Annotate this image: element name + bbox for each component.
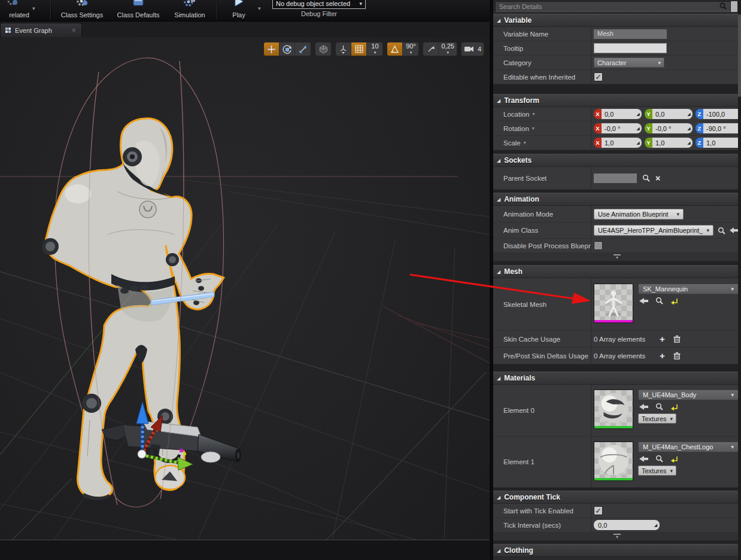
camera-speed-button[interactable]: 4 (461, 42, 484, 56)
scale-snap-toggle[interactable] (423, 42, 439, 56)
rotation-y-field[interactable]: Y-0,0 °◢ (645, 123, 693, 133)
debug-filter-dropdown[interactable]: No debug object selected ▾ (272, 0, 366, 9)
toolbar-separator (217, 2, 217, 19)
coordinate-space-button[interactable] (315, 42, 331, 56)
scale-z-field[interactable]: Z1,0◢ (696, 138, 741, 148)
trash-icon[interactable] (673, 335, 681, 343)
advanced-expander[interactable]: ▼ (493, 253, 741, 261)
play-options-caret-icon[interactable]: ▾ (258, 5, 261, 11)
chevron-down-icon[interactable]: ▾ (524, 140, 526, 145)
scale-x-field[interactable]: X1,0◢ (594, 138, 642, 148)
simulation-label: Simulation (169, 11, 210, 19)
section-header-component-tick[interactable]: ◢ Component Tick (493, 491, 741, 504)
close-icon[interactable]: × (72, 26, 76, 35)
animation-mode-dropdown[interactable]: Use Animation Blueprint ▾ (594, 209, 684, 220)
start-tick-checkbox[interactable]: ✓ (594, 506, 603, 515)
rotation-x-field[interactable]: X-0,0 °◢ (594, 123, 642, 133)
simulation-button[interactable]: Simulation (169, 0, 210, 19)
material-0-dropdown[interactable]: M_UE4Man_Body ▾ (638, 389, 739, 400)
section-header-animation[interactable]: ◢ Animation (493, 193, 741, 206)
search-icon[interactable] (655, 403, 663, 410)
play-button[interactable]: Play (223, 0, 255, 19)
scale-tool-button[interactable] (295, 42, 311, 56)
disable-post-process-checkbox[interactable]: ✓ (594, 241, 603, 250)
gizmo-center-handle[interactable] (138, 450, 146, 458)
advanced-expander[interactable]: ▼ (493, 532, 741, 541)
move-tool-button[interactable] (264, 42, 280, 56)
search-icon[interactable] (655, 297, 663, 305)
class-defaults-button[interactable]: Class Defaults (113, 0, 163, 19)
unrelated-caret-icon[interactable]: ▾ (32, 5, 35, 11)
grid-snap-toggle[interactable] (351, 42, 367, 56)
skeletal-mesh-value: SK_Mannequin (643, 285, 688, 293)
skeletal-mesh-dropdown[interactable]: SK_Mannequin ▾ (638, 284, 739, 294)
panel-corner-button[interactable] (731, 1, 737, 12)
rotation-z-field[interactable]: Z-90,0 °◢ (696, 123, 741, 133)
field-label: Element 1 (493, 437, 591, 487)
section-header-materials[interactable]: ◢ Materials (493, 372, 741, 385)
location-z-field[interactable]: Z-100,0◢ (696, 109, 741, 119)
details-scrollbar[interactable] (738, 0, 741, 560)
search-input[interactable] (495, 1, 731, 12)
add-element-icon[interactable]: + (660, 334, 665, 343)
material-0-thumbnail[interactable] (594, 389, 633, 429)
section-header-clothing[interactable]: ◢ Clothing (493, 544, 741, 557)
add-element-icon[interactable]: + (660, 351, 665, 360)
textures-dropdown-1[interactable]: Textures ▾ (638, 465, 676, 476)
back-arrow-icon[interactable] (639, 297, 648, 305)
scale-x-value: 1,0 (602, 138, 634, 148)
back-arrow-icon[interactable] (639, 403, 648, 410)
section-header-transform[interactable]: ◢ Transform (493, 94, 741, 107)
scale-snap-value-button[interactable]: 0,25 ▾ (439, 42, 456, 56)
back-arrow-icon[interactable] (730, 227, 738, 234)
tab-event-graph[interactable]: Event Graph × (0, 23, 82, 37)
viewport-3d[interactable]: 10 ▾ 90° ▾ 0,25 ▾ 4 (0, 37, 490, 540)
surface-snap-button[interactable] (336, 42, 351, 56)
grid-snap-value-button[interactable]: 10 ▾ (367, 42, 382, 56)
spinner-icon[interactable]: ◢ (685, 138, 693, 148)
textures-dropdown-0[interactable]: Textures ▾ (638, 413, 676, 424)
chevron-down-icon[interactable]: ▾ (532, 126, 535, 131)
skeletal-mesh-thumbnail[interactable] (594, 284, 633, 323)
section-header-variable[interactable]: ◢ Variable (493, 14, 741, 27)
parent-socket-field[interactable] (594, 174, 637, 183)
search-icon[interactable] (655, 455, 663, 462)
spinner-icon[interactable]: ◢ (652, 520, 660, 530)
back-arrow-icon[interactable] (639, 455, 648, 462)
trash-icon[interactable] (673, 352, 681, 360)
reset-to-default-icon[interactable] (670, 297, 678, 305)
category-dropdown[interactable]: Character ▾ (594, 57, 664, 68)
rotate-tool-button[interactable] (280, 42, 295, 56)
array-count-text: 0 Array elements (594, 352, 651, 360)
spinner-icon[interactable]: ◢ (634, 123, 642, 133)
material-1-dropdown[interactable]: M_UE4Man_ChestLogo ▾ (638, 442, 739, 452)
chevron-down-icon[interactable]: ▾ (532, 111, 535, 117)
scrollbar-thumb[interactable] (738, 14, 741, 97)
reset-to-default-icon[interactable] (670, 455, 678, 462)
section-header-mesh[interactable]: ◢ Mesh (493, 265, 741, 278)
anim-class-dropdown[interactable]: UE4ASP_HeroTPP_AnimBlueprint_C ▾ (594, 225, 713, 236)
spinner-icon[interactable]: ◢ (685, 109, 693, 119)
scale-y-field[interactable]: Y1,0◢ (645, 138, 693, 148)
rotation-snap-toggle[interactable] (387, 42, 403, 56)
tick-interval-field[interactable]: 0,0 ◢ (594, 520, 660, 530)
editable-checkbox[interactable]: ✓ (594, 72, 603, 81)
material-1-thumbnail[interactable] (594, 442, 633, 481)
section-title: Transform (504, 96, 539, 105)
reset-to-default-icon[interactable] (670, 403, 678, 410)
check-icon: ✓ (595, 242, 601, 249)
location-x-field[interactable]: X0,0◢ (594, 109, 642, 119)
section-header-sockets[interactable]: ◢ Sockets (493, 154, 741, 167)
row-category: Category Character ▾ (493, 56, 741, 70)
location-y-field[interactable]: Y0,0◢ (645, 109, 693, 119)
toolbar-item-unrelated[interactable]: related (1, 0, 37, 19)
tooltip-input[interactable] (594, 43, 667, 53)
spinner-icon[interactable]: ◢ (685, 123, 693, 133)
search-icon[interactable] (642, 174, 650, 182)
clear-icon[interactable]: × (655, 174, 660, 182)
spinner-icon[interactable]: ◢ (634, 138, 642, 148)
class-settings-button[interactable]: Class Settings (57, 0, 107, 19)
spinner-icon[interactable]: ◢ (634, 109, 642, 119)
rotation-snap-value-button[interactable]: 90° ▾ (403, 42, 418, 56)
search-icon[interactable] (718, 227, 725, 235)
